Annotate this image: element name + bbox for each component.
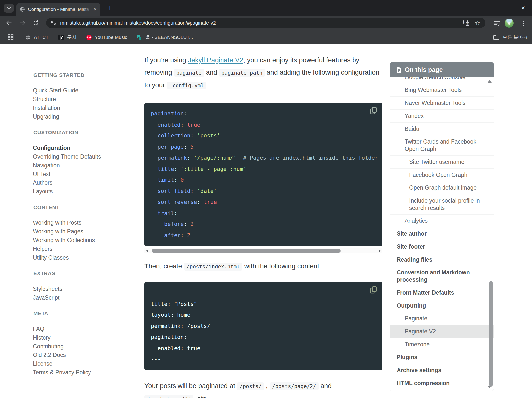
forward-button[interactable] [18,19,26,27]
sidebar-item-configuration[interactable]: Configuration [33,144,137,152]
toc-item-plugins[interactable]: Plugins [390,351,494,364]
sidebar-item-helpers[interactable]: Helpers [33,245,137,253]
bookmark-youtube-music[interactable]: YouTube Music [86,34,127,40]
sidebar-item-javascript[interactable]: JavaScript [33,293,137,302]
toc-item-twitter-cards-and-facebook-open-graph[interactable]: Twitter Cards and Facebook Open Graph [390,135,494,156]
main-content: If you’re using Jekyll Paginate V2, you … [144,54,382,398]
toc-item-reading-files[interactable]: Reading files [390,253,494,266]
nav-list: StylesheetsJavaScript [33,285,137,302]
tab-close-icon[interactable]: ✕ [93,7,97,12]
code-line: title: ':title - page :num' [151,164,382,175]
code-line: pagination: [151,332,382,343]
window-close-button[interactable]: ✕ [514,0,532,16]
toc-item-site-author[interactable]: Site author [390,227,494,240]
kebab-menu-icon[interactable]: ⋮ [520,19,528,27]
text-run: and [319,382,332,390]
inline-code: /posts/ [237,382,264,390]
all-bookmarks-label: 모든 북마크 [503,34,528,41]
site-info-icon[interactable] [51,21,56,25]
toc-item-analytics[interactable]: Analytics [390,215,494,227]
docs-icon [58,34,64,40]
nav-section-meta: META [33,310,137,320]
text-run: If you’re using [144,56,188,64]
toc-item-open-graph-default-image[interactable]: Open Graph default image [390,181,494,194]
docs-page: GETTING STARTEDQuick-Start GuideStructur… [0,44,532,398]
toc-item-bing-webmaster-tools[interactable]: Bing Webmaster Tools [390,84,494,97]
copy-icon [370,286,377,294]
sidebar-item-terms-privacy-policy[interactable]: Terms & Privacy Policy [33,368,137,377]
toc-item-html-compression[interactable]: HTML compression [390,377,494,390]
sidebar-item-authors[interactable]: Authors [33,178,137,187]
bookmark-문서[interactable]: 문서 [58,34,77,41]
horizontal-scrollbar-thumb[interactable] [152,249,341,253]
sidebar-item-contributing[interactable]: Contributing [33,342,137,351]
bookmark-홈-seeannsolut[interactable]: 홈 - SEEANNSOLUT... [136,34,193,41]
back-button[interactable] [5,19,13,27]
sidebar-item-navigation[interactable]: Navigation [33,161,137,170]
sidebar-item-license[interactable]: License [33,359,137,368]
sidebar-item-faq[interactable]: FAQ [33,325,137,333]
browser-tab[interactable]: Configuration - Minimal Mista ✕ [16,3,100,16]
toc-item-paginate[interactable]: Paginate [390,312,494,325]
scroll-right-arrow-icon[interactable] [379,249,381,252]
sidebar-item-old-2-2-docs[interactable]: Old 2.2 Docs [33,351,137,359]
bookmark-star-icon[interactable]: ☆ [473,19,481,27]
code-line: enabled: true [151,119,382,131]
toc-item-baidu[interactable]: Baidu [390,123,494,135]
sidebar-item-installation[interactable]: Installation [33,104,137,112]
sidebar-item-overriding-theme-defaults[interactable]: Overriding Theme Defaults [33,152,137,161]
apps-grid-icon[interactable] [7,34,14,41]
bookmark-attct[interactable]: ATTCT [25,35,49,40]
sidebar-item-ui-text[interactable]: UI Text [33,170,137,178]
code-horizontal-scrollbar [144,248,382,253]
toc-item-facebook-open-graph[interactable]: Facebook Open Graph [390,169,494,181]
sidebar-item-stylesheets[interactable]: Stylesheets [33,285,137,293]
toc-item-front-matter-defaults[interactable]: Front Matter Defaults [390,286,494,299]
all-bookmarks-button[interactable]: 모든 북마크 [493,30,528,44]
code-line: limit: 0 [151,175,382,186]
sidebar-item-utility-classes[interactable]: Utility Classes [33,253,137,262]
toc-item-archive-settings[interactable]: Archive settings [390,364,494,377]
window-maximize-button[interactable] [496,0,514,16]
toc-scrollbar-thumb[interactable] [489,281,493,387]
toc-item-paginate-v2[interactable]: Paginate V2 [390,325,494,338]
media-controls-icon[interactable] [493,20,501,28]
sidebar-item-quick-start-guide[interactable]: Quick-Start Guide [33,86,137,95]
toc-scroll-up-icon[interactable] [488,80,492,83]
sidebar-item-history[interactable]: History [33,333,137,342]
toc-item-include-your-social-profile-in-search-results[interactable]: Include your social profile in search re… [390,194,494,215]
reload-button[interactable] [32,19,40,27]
code-line: per_page: 5 [151,141,382,153]
sidebar-item-layouts[interactable]: Layouts [33,187,137,196]
nav-list: Working with PostsWorking with PagesWork… [33,219,137,262]
sidebar-item-working-with-collections[interactable]: Working with Collections [33,236,137,245]
toc-item-conversion-and-markdown-processing[interactable]: Conversion and Markdown processing [390,266,494,286]
toc-item-naver-webmaster-tools[interactable]: Naver Webmaster Tools [390,97,494,110]
translate-icon[interactable]: G文 [462,19,470,27]
copy-code-button[interactable] [370,286,377,295]
tab-search-button[interactable] [4,4,14,13]
maximize-icon [503,6,507,10]
tab-strip: Configuration - Minimal Mista ✕ + – ✕ [0,0,532,16]
sidebar-item-structure[interactable]: Structure [33,95,137,104]
text-run: : [206,81,210,89]
window-minimize-button[interactable]: – [478,0,496,16]
copy-code-button[interactable] [370,107,377,115]
sidebar-item-working-with-posts[interactable]: Working with Posts [33,219,137,227]
bookmark-label: 홈 - SEEANNSOLUT... [145,34,193,41]
copy-icon [370,107,377,115]
link-jekyll-paginate-v2[interactable]: Jekyll Paginate V2 [188,56,243,64]
toc-item-site-twitter-username[interactable]: Site Twitter username [390,156,494,169]
address-bar[interactable]: mmistakes.github.io/minimal-mistakes/doc… [46,18,485,28]
toc-item-google-search-console[interactable]: Google Search Console [390,77,494,84]
profile-avatar[interactable] [505,19,514,28]
toc-item-outputting[interactable]: Outputting [390,299,494,312]
code-line: sort_field: 'date' [151,186,382,197]
sidebar-item-upgrading[interactable]: Upgrading [33,112,137,121]
sidebar-item-working-with-pages[interactable]: Working with Pages [33,227,137,236]
scroll-left-arrow-icon[interactable] [146,249,148,252]
toc-item-site-footer[interactable]: Site footer [390,240,494,253]
toc-item-yandex[interactable]: Yandex [390,110,494,123]
new-tab-button[interactable]: + [105,4,114,13]
toc-item-timezone[interactable]: Timezone [390,338,494,351]
